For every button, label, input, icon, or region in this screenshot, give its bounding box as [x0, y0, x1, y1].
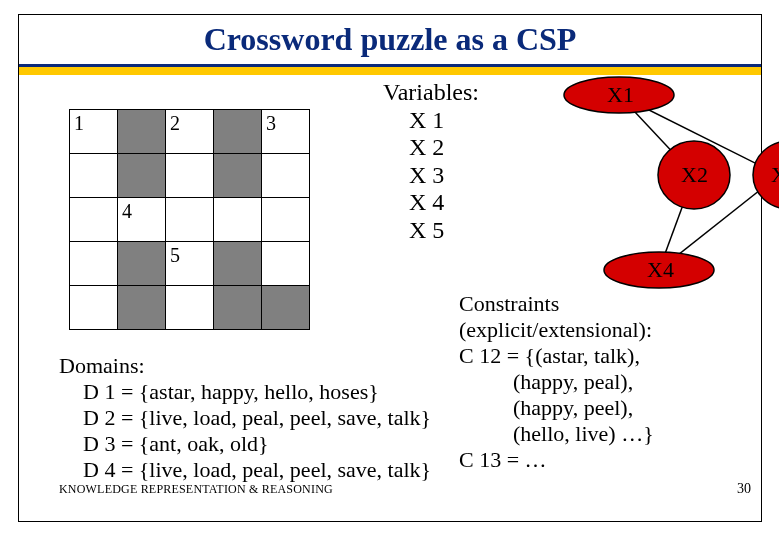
cell-2-3	[166, 154, 214, 198]
domains-block: Domains: D 1 = {astar, happy, hello, hos…	[59, 353, 431, 483]
domain-d2: D 2 = {live, load, peal, peel, save, tal…	[83, 405, 431, 431]
cell-2-2	[118, 154, 166, 198]
variable-x1: X 1	[409, 107, 479, 135]
variable-x4: X 4	[409, 189, 479, 217]
node-x1: X1	[607, 82, 634, 107]
cell-5-4	[214, 286, 262, 330]
constraints-heading: Constraints	[459, 291, 654, 317]
cell-4-1	[70, 242, 118, 286]
slide-title: Crossword puzzle as a CSP	[19, 21, 761, 58]
c12-item-2: (happy, peel),	[513, 395, 654, 421]
cell-1-5: 3	[262, 110, 310, 154]
cell-1-2	[118, 110, 166, 154]
c12-line: C 12 = {(astar, talk),	[459, 343, 654, 369]
title-rule	[19, 64, 761, 75]
cell-4-4	[214, 242, 262, 286]
variable-x5: X 5	[409, 217, 479, 245]
domain-d1: D 1 = {astar, happy, hello, hoses}	[83, 379, 431, 405]
variables-block: Variables: X 1 X 2 X 3 X 4 X 5	[383, 79, 479, 245]
cell-3-4	[214, 198, 262, 242]
c12-item-1: (happy, peal),	[513, 369, 654, 395]
page-number: 30	[737, 481, 751, 497]
cell-5-5	[262, 286, 310, 330]
footer-text: KNOWLEDGE REPRESENTATION & REASONING	[59, 482, 333, 497]
cell-5-3	[166, 286, 214, 330]
cell-4-5	[262, 242, 310, 286]
cell-3-2: 4	[118, 198, 166, 242]
c12-item-3: (hello, live) …}	[513, 421, 654, 447]
cell-2-5	[262, 154, 310, 198]
cell-2-4	[214, 154, 262, 198]
cell-5-1	[70, 286, 118, 330]
cell-1-3: 2	[166, 110, 214, 154]
domain-d3: D 3 = {ant, oak, old}	[83, 431, 431, 457]
domains-heading: Domains:	[59, 353, 431, 379]
variable-x3: X 3	[409, 162, 479, 190]
node-x2: X2	[681, 162, 708, 187]
constraints-sub: (explicit/extensional):	[459, 317, 654, 343]
node-x4: X4	[647, 257, 674, 282]
cell-1-4	[214, 110, 262, 154]
variable-x2: X 2	[409, 134, 479, 162]
c13-line: C 13 = …	[459, 447, 654, 473]
domain-d4: D 4 = {live, load, peal, peel, save, tal…	[83, 457, 431, 483]
cell-5-2	[118, 286, 166, 330]
cell-1-1: 1	[70, 110, 118, 154]
cell-2-1	[70, 154, 118, 198]
cell-4-3: 5	[166, 242, 214, 286]
node-x3: X3	[771, 162, 779, 187]
constraints-block: Constraints (explicit/extensional): C 12…	[459, 291, 654, 473]
cell-3-3	[166, 198, 214, 242]
crossword-grid: 1 2 3 4 5	[69, 109, 310, 330]
cell-4-2	[118, 242, 166, 286]
cell-3-1	[70, 198, 118, 242]
cell-3-5	[262, 198, 310, 242]
variables-heading: Variables:	[383, 79, 479, 107]
constraint-graph: X1 X2 X3 X4	[539, 75, 779, 295]
